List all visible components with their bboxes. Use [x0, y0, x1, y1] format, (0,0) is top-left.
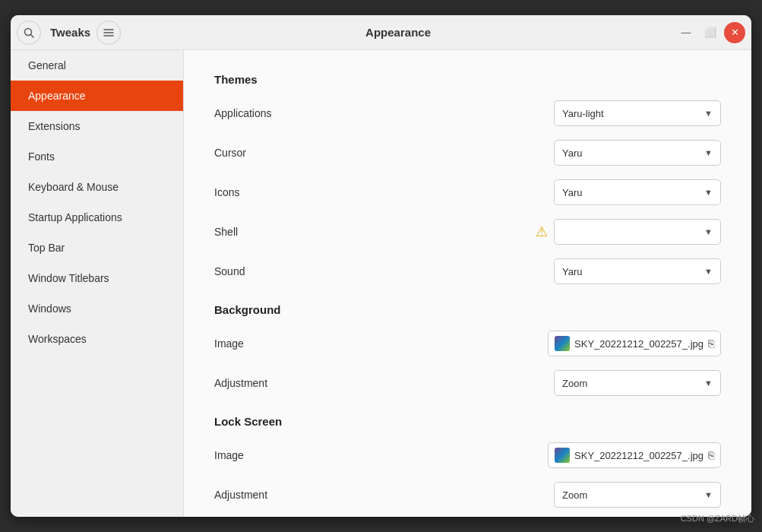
sidebar-item-appearance[interactable]: Appearance: [11, 81, 183, 111]
bg-adjustment-control: Zoom ▼: [366, 370, 721, 396]
applications-label: Applications: [214, 107, 366, 119]
bg-adjustment-label: Adjustment: [214, 377, 366, 389]
ls-image-filename: SKY_20221212_002257_.jpg: [574, 450, 704, 461]
sidebar-item-windows[interactable]: Windows: [11, 293, 183, 324]
ls-image-control: SKY_20221212_002257_.jpg ⎘: [366, 442, 721, 468]
cursor-row: Cursor Yaru ▼: [214, 139, 721, 166]
search-button[interactable]: [17, 21, 41, 45]
icons-dropdown[interactable]: Yaru ▼: [554, 179, 721, 205]
sidebar-item-general[interactable]: General: [11, 50, 183, 81]
maximize-button[interactable]: ⬜: [700, 22, 721, 43]
ls-adjustment-dropdown-arrow: ▼: [704, 490, 713, 499]
minimize-button[interactable]: —: [675, 22, 697, 43]
bg-adjustment-row: Adjustment Zoom ▼: [214, 369, 721, 397]
background-section-title: Background: [214, 303, 721, 316]
main-content: Themes Applications Yaru-light ▼ Cursor …: [184, 50, 751, 517]
shell-dropdown-arrow: ▼: [704, 227, 713, 236]
cursor-control: Yaru ▼: [366, 140, 721, 166]
warning-icon: ⚠: [536, 223, 548, 240]
icons-control: Yaru ▼: [366, 179, 721, 205]
cursor-dropdown-arrow: ▼: [704, 148, 713, 157]
applications-row: Applications Yaru-light ▼: [214, 100, 721, 127]
bg-image-thumbnail: [555, 336, 570, 351]
sidebar: General Appearance Extensions Fonts Keyb…: [11, 50, 184, 517]
cursor-value: Yaru: [562, 147, 583, 159]
window-title: Appearance: [365, 26, 431, 39]
icons-row: Icons Yaru ▼: [214, 179, 721, 206]
icons-value: Yaru: [562, 187, 583, 198]
sidebar-item-extensions[interactable]: Extensions: [11, 111, 183, 141]
sound-control: Yaru ▼: [366, 258, 721, 284]
sound-dropdown[interactable]: Yaru ▼: [554, 258, 721, 284]
sidebar-item-top-bar[interactable]: Top Bar: [11, 233, 183, 263]
shell-control: ⚠ ▼: [366, 219, 721, 245]
ls-adjustment-control: Zoom ▼: [366, 482, 721, 508]
applications-dropdown-arrow: ▼: [704, 109, 713, 118]
bg-adjustment-dropdown[interactable]: Zoom ▼: [554, 370, 721, 396]
svg-line-1: [31, 34, 34, 37]
shell-row: Shell ⚠ ▼: [214, 218, 721, 245]
lockscreen-section-title: Lock Screen: [214, 415, 721, 428]
ls-adjustment-row: Adjustment Zoom ▼: [214, 481, 721, 508]
ls-adjustment-dropdown[interactable]: Zoom ▼: [554, 482, 721, 508]
titlebar-left: Tweaks: [17, 21, 121, 45]
titlebar-center: Appearance: [121, 26, 675, 39]
sidebar-item-startup-applications[interactable]: Startup Applications: [11, 202, 183, 233]
sidebar-item-workspaces[interactable]: Workspaces: [11, 324, 183, 354]
sidebar-item-keyboard-mouse[interactable]: Keyboard & Mouse: [11, 172, 183, 202]
themes-section-title: Themes: [214, 73, 721, 86]
applications-dropdown[interactable]: Yaru-light ▼: [554, 100, 721, 126]
shell-label: Shell: [214, 226, 366, 238]
sound-dropdown-arrow: ▼: [704, 267, 713, 276]
ls-image-label: Image: [214, 449, 366, 461]
applications-control: Yaru-light ▼: [366, 100, 721, 126]
bg-image-label: Image: [214, 337, 366, 350]
sidebar-item-fonts[interactable]: Fonts: [11, 141, 183, 172]
ls-adjustment-value: Zoom: [562, 489, 587, 501]
ls-image-selector[interactable]: SKY_20221212_002257_.jpg ⎘: [548, 442, 721, 468]
bg-image-control: SKY_20221212_002257_.jpg ⎘: [366, 331, 721, 356]
shell-dropdown[interactable]: ▼: [554, 219, 721, 245]
ls-image-thumbnail: [555, 448, 570, 463]
applications-value: Yaru-light: [562, 108, 604, 119]
ls-copy-icon: ⎘: [708, 449, 714, 461]
sound-value: Yaru: [562, 266, 583, 277]
app-window: Tweaks Appearance — ⬜ ✕ General Appearan…: [11, 15, 751, 517]
bg-adjustment-dropdown-arrow: ▼: [704, 378, 713, 388]
content: General Appearance Extensions Fonts Keyb…: [11, 50, 751, 517]
bg-image-selector[interactable]: SKY_20221212_002257_.jpg ⎘: [548, 331, 721, 356]
ls-image-row: Image SKY_20221212_002257_.jpg ⎘: [214, 442, 721, 469]
titlebar: Tweaks Appearance — ⬜ ✕: [11, 15, 751, 50]
cursor-dropdown[interactable]: Yaru ▼: [554, 140, 721, 166]
copy-icon: ⎘: [708, 337, 714, 350]
sound-row: Sound Yaru ▼: [214, 258, 721, 285]
sidebar-item-window-titlebars[interactable]: Window Titlebars: [11, 263, 183, 293]
app-name: Tweaks: [50, 26, 90, 39]
icons-dropdown-arrow: ▼: [704, 188, 713, 197]
cursor-label: Cursor: [214, 147, 366, 159]
bg-image-row: Image SKY_20221212_002257_.jpg ⎘: [214, 330, 721, 357]
menu-button[interactable]: [96, 21, 121, 45]
icons-label: Icons: [214, 186, 366, 198]
titlebar-right: — ⬜ ✕: [675, 22, 745, 43]
watermark: CSDN @ZARD帧心: [681, 513, 754, 524]
close-button[interactable]: ✕: [724, 22, 745, 43]
ls-adjustment-label: Adjustment: [214, 489, 366, 501]
bg-image-filename: SKY_20221212_002257_.jpg: [574, 338, 704, 350]
bg-adjustment-value: Zoom: [562, 378, 587, 389]
sound-label: Sound: [214, 265, 366, 277]
